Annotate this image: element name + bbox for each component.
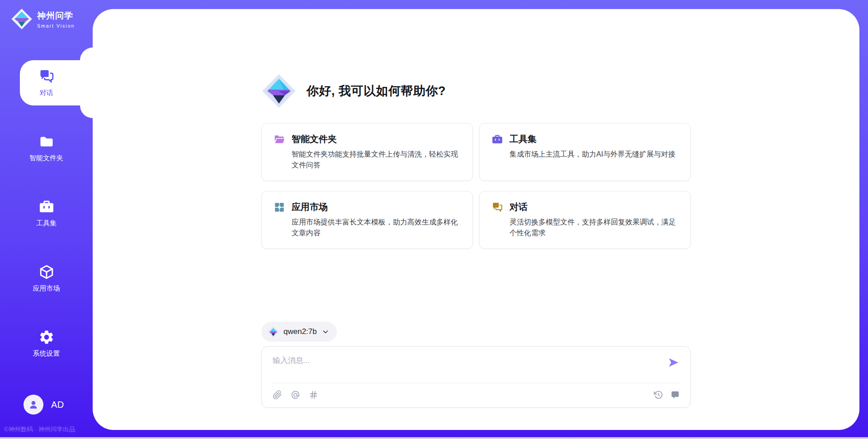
brand-diamond-icon xyxy=(261,73,297,109)
cube-icon xyxy=(38,264,55,280)
card-description: 灵活切换多模型文件，支持多样回复效果调试，满足个性化需求 xyxy=(509,217,679,239)
chat-icon xyxy=(491,201,503,213)
active-curve-bottom xyxy=(80,105,93,118)
folder-icon xyxy=(38,134,55,150)
sidebar: 神州问学 Smart Vision 对话 智能文件夹 工具集 xyxy=(0,0,93,439)
card-description: 集成市场上主流工具，助力AI与外界无缝扩展与对接 xyxy=(509,149,679,160)
greeting: 你好, 我可以如何帮助你? xyxy=(261,73,691,109)
card-title: 对话 xyxy=(509,201,528,213)
model-logo-icon xyxy=(268,326,279,338)
brand-diamond-icon xyxy=(11,8,33,30)
card-smart-folder[interactable]: 智能文件夹 智能文件夹功能支持批量文件上传与清洗，轻松实现文件问答 xyxy=(261,123,473,181)
sidebar-item-label: 工具集 xyxy=(36,219,57,228)
topic-button[interactable] xyxy=(309,390,318,400)
brand-logo: 神州问学 Smart Vision xyxy=(11,8,75,30)
attach-file-button[interactable] xyxy=(273,390,282,400)
conversation-button[interactable] xyxy=(670,390,679,400)
chevron-down-icon xyxy=(321,328,330,336)
history-button[interactable] xyxy=(654,390,663,400)
card-title: 工具集 xyxy=(509,133,537,145)
history-icon xyxy=(654,390,663,400)
grid-icon xyxy=(274,201,285,213)
sidebar-item-label: 智能文件夹 xyxy=(29,154,63,162)
card-app-market[interactable]: 应用市场 应用市场提供丰富长文本模板，助力高效生成多样化文章内容 xyxy=(261,191,473,249)
paperclip-icon xyxy=(273,390,282,400)
card-title: 智能文件夹 xyxy=(292,133,337,145)
greeting-title: 你好, 我可以如何帮助你? xyxy=(307,83,446,99)
card-description: 智能文件夹功能支持批量文件上传与清洗，轻松实现文件问答 xyxy=(292,149,461,171)
at-sign-icon xyxy=(291,390,300,400)
sidebar-footer-text: ©神州数码 · 神州问学出品 xyxy=(4,425,75,434)
feature-cards: 智能文件夹 智能文件夹功能支持批量文件上传与清洗，轻松实现文件问答 工具集 集成… xyxy=(261,123,691,249)
chat-icon xyxy=(38,68,55,85)
sidebar-item-label: 应用市场 xyxy=(33,284,60,293)
sidebar-item-label: 系统设置 xyxy=(33,349,60,358)
folder-open-icon xyxy=(274,134,285,145)
model-name: qwen2:7b xyxy=(283,327,317,336)
user-account[interactable]: AD xyxy=(24,395,64,415)
comment-icon xyxy=(670,390,679,400)
composer-toolbar xyxy=(262,382,690,407)
sidebar-item-chat[interactable]: 对话 xyxy=(0,60,93,105)
hash-icon xyxy=(309,390,318,400)
avatar xyxy=(24,395,43,415)
sidebar-item-settings[interactable]: 系统设置 xyxy=(0,321,93,366)
message-composer xyxy=(261,346,691,408)
sidebar-item-smart-folder[interactable]: 智能文件夹 xyxy=(0,125,93,171)
main-panel: 你好, 我可以如何帮助你? 智能文件夹 智能文件夹功能支持批量文件上传与清洗，轻… xyxy=(93,9,859,430)
user-initials: AD xyxy=(51,400,64,410)
active-curve-top xyxy=(80,48,93,60)
sidebar-item-toolset[interactable]: 工具集 xyxy=(0,191,93,236)
toolbox-icon xyxy=(491,134,503,145)
brand-name: 神州问学 xyxy=(37,10,75,22)
card-title: 应用市场 xyxy=(292,201,328,213)
message-input[interactable] xyxy=(262,347,690,382)
send-button[interactable] xyxy=(668,356,680,369)
sidebar-item-app-market[interactable]: 应用市场 xyxy=(0,256,93,301)
bottom-scrollbar-strip xyxy=(0,437,868,439)
model-selector[interactable]: qwen2:7b xyxy=(261,322,337,342)
card-chat[interactable]: 对话 灵活切换多模型文件，支持多样回复效果调试，满足个性化需求 xyxy=(479,191,691,249)
toolbox-icon xyxy=(38,199,55,215)
brand-subtitle: Smart Vision xyxy=(37,23,75,29)
send-icon xyxy=(668,357,679,368)
card-description: 应用市场提供丰富长文本模板，助力高效生成多样化文章内容 xyxy=(292,217,461,239)
sidebar-item-label: 对话 xyxy=(40,89,53,97)
mention-button[interactable] xyxy=(291,390,300,400)
card-toolset[interactable]: 工具集 集成市场上主流工具，助力AI与外界无缝扩展与对接 xyxy=(479,123,691,181)
person-icon xyxy=(28,399,39,410)
gear-icon xyxy=(38,329,55,345)
